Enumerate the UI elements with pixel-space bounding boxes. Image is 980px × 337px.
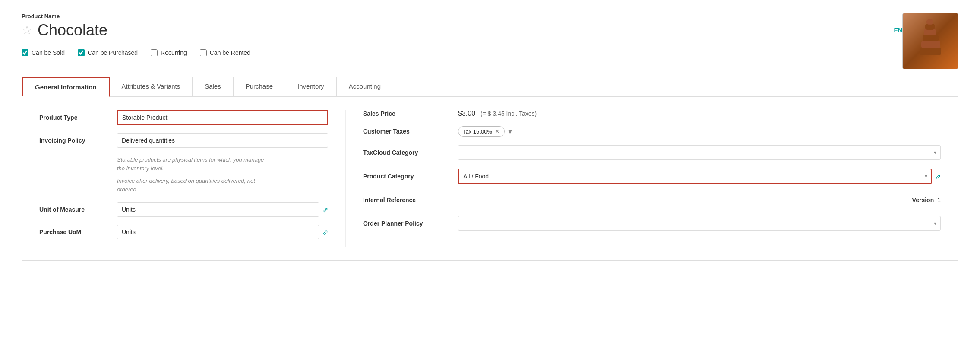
favorite-star-icon[interactable]: ☆ — [22, 24, 32, 36]
can-be-rented-checkbox[interactable] — [200, 49, 207, 56]
tab-inventory[interactable]: Inventory — [285, 77, 337, 96]
sales-price-row: Sales Price $3.00 (= $ 3.45 Incl. Taxes) — [363, 110, 941, 118]
storable-description: Storable products are physical items for… — [117, 156, 328, 172]
tab-attributes-variants[interactable]: Attributes & Variants — [110, 77, 193, 96]
tab-accounting[interactable]: Accounting — [337, 77, 393, 96]
can-be-sold-checkbox[interactable] — [22, 49, 28, 56]
can-be-purchased-label: Can be Purchased — [88, 49, 138, 56]
customer-taxes-control: Tax 15.00% ✕ ▾ — [458, 126, 941, 137]
product-header-left: Product Name ☆ Chocolate EN Can be Sold … — [22, 13, 902, 65]
taxcloud-category-label: TaxCloud Category — [363, 149, 458, 156]
purchase-uom-external-link-icon[interactable]: ⇗ — [322, 228, 328, 236]
invoicing-policy-row: Invoicing Policy Ordered quantities Deli… — [39, 133, 328, 148]
recurring-label: Recurring — [161, 49, 187, 56]
customer-taxes-label: Customer Taxes — [363, 128, 458, 135]
internal-reference-row: Internal Reference Version 1 — [363, 193, 941, 207]
svg-rect-2 — [923, 35, 939, 41]
can-be-rented-label: Can be Rented — [210, 49, 250, 56]
product-header: Product Name ☆ Chocolate EN Can be Sold … — [22, 13, 958, 69]
taxcloud-category-row: TaxCloud Category ▾ — [363, 145, 941, 160]
customer-taxes-chevron-icon[interactable]: ▾ — [508, 127, 512, 136]
svg-rect-1 — [921, 41, 940, 48]
product-type-wrapper: Consumable Storable Product Service — [117, 110, 328, 125]
language-badge[interactable]: EN — [894, 27, 902, 34]
can-be-purchased-checkbox[interactable] — [78, 49, 85, 56]
unit-of-measure-select[interactable]: Units kg — [117, 202, 319, 217]
invoicing-policy-wrapper: Ordered quantities Delivered quantities — [117, 133, 328, 148]
unit-of-measure-wrapper: Units kg — [117, 202, 319, 217]
order-planner-policy-row: Order Planner Policy ▾ — [363, 216, 941, 231]
desc-line2: the inventory level. — [117, 165, 164, 172]
product-category-wrapper: All / Food All / Saleable ▾ — [458, 168, 932, 184]
left-column: Product Type Consumable Storable Product… — [22, 110, 346, 247]
version-value: 1 — [937, 197, 941, 203]
invoicing-policy-select[interactable]: Ordered quantities Delivered quantities — [117, 133, 328, 148]
tax-badge: Tax 15.00% ✕ — [458, 126, 505, 137]
product-category-select[interactable]: All / Food All / Saleable — [458, 168, 932, 184]
taxcloud-category-wrapper: ▾ — [458, 145, 941, 160]
purchase-uom-label: Purchase UoM — [39, 229, 117, 235]
product-image-svg — [907, 17, 954, 65]
order-planner-policy-label: Order Planner Policy — [363, 220, 458, 227]
tab-purchase[interactable]: Purchase — [234, 77, 285, 96]
right-column: Sales Price $3.00 (= $ 3.45 Incl. Taxes)… — [346, 110, 958, 247]
internal-reference-input[interactable] — [458, 193, 543, 207]
svg-rect-5 — [926, 19, 933, 25]
can-be-purchased-checkbox-item[interactable]: Can be Purchased — [78, 49, 138, 56]
product-category-external-link-icon[interactable]: ⇗ — [935, 172, 941, 181]
product-type-row: Product Type Consumable Storable Product… — [39, 110, 328, 125]
can-be-sold-checkbox-item[interactable]: Can be Sold — [22, 49, 65, 56]
taxcloud-category-select[interactable] — [458, 145, 941, 160]
svg-rect-4 — [925, 24, 935, 30]
tab-general-information[interactable]: General Information — [22, 77, 110, 97]
incl-taxes-text: (= $ 3.45 Incl. Taxes) — [481, 110, 537, 117]
desc-line3: Invoice after delivery, based on quantit… — [117, 178, 255, 184]
product-name-label: Product Name — [22, 13, 902, 19]
recurring-checkbox[interactable] — [151, 49, 158, 56]
unit-of-measure-label: Unit of Measure — [39, 206, 117, 213]
tab-sales[interactable]: Sales — [193, 77, 234, 96]
tab-content: Product Type Consumable Storable Product… — [22, 96, 958, 261]
tax-badge-text: Tax 15.00% — [463, 128, 492, 135]
order-planner-policy-select[interactable] — [458, 216, 941, 231]
page-container: Product Name ☆ Chocolate EN Can be Sold … — [0, 0, 980, 273]
can-be-rented-checkbox-item[interactable]: Can be Rented — [200, 49, 250, 56]
sales-price-label: Sales Price — [363, 110, 458, 117]
product-type-label: Product Type — [39, 114, 117, 121]
svg-rect-0 — [920, 48, 941, 55]
product-type-select[interactable]: Consumable Storable Product Service — [117, 110, 328, 125]
tabs-row: General Information Attributes & Variant… — [22, 77, 958, 96]
invoicing-policy-label: Invoicing Policy — [39, 137, 117, 144]
product-image[interactable] — [902, 13, 958, 69]
internal-reference-wrapper — [458, 193, 899, 207]
tab-content-inner: Product Type Consumable Storable Product… — [22, 97, 958, 260]
checkboxes-row: Can be Sold Can be Purchased Recurring C… — [22, 49, 902, 56]
purchase-uom-row: Purchase UoM Units kg ⇗ — [39, 225, 328, 239]
purchase-uom-wrapper: Units kg — [117, 225, 319, 239]
recurring-checkbox-item[interactable]: Recurring — [151, 49, 187, 56]
version-wrapper: Version 1 — [912, 197, 941, 203]
purchase-uom-select[interactable]: Units kg — [117, 225, 319, 239]
product-category-label: Product Category — [363, 173, 458, 180]
version-label: Version — [912, 197, 934, 203]
product-title[interactable]: Chocolate — [38, 21, 880, 39]
product-title-row: ☆ Chocolate EN — [22, 21, 902, 43]
internal-reference-label: Internal Reference — [363, 197, 458, 203]
desc-line1: Storable products are physical items for… — [117, 156, 264, 163]
invoice-description: Invoice after delivery, based on quantit… — [117, 177, 328, 194]
desc-line4: ordered. — [117, 186, 138, 193]
unit-of-measure-row: Unit of Measure Units kg ⇗ — [39, 202, 328, 217]
can-be-sold-label: Can be Sold — [32, 49, 65, 56]
order-planner-policy-wrapper: ▾ — [458, 216, 941, 231]
customer-taxes-row: Customer Taxes Tax 15.00% ✕ ▾ — [363, 126, 941, 137]
product-category-row: Product Category All / Food All / Saleab… — [363, 168, 941, 184]
svg-rect-3 — [924, 29, 936, 35]
unit-of-measure-external-link-icon[interactable]: ⇗ — [322, 206, 328, 214]
tax-badge-remove-icon[interactable]: ✕ — [495, 128, 500, 135]
sales-price-value[interactable]: $3.00 — [458, 110, 475, 118]
